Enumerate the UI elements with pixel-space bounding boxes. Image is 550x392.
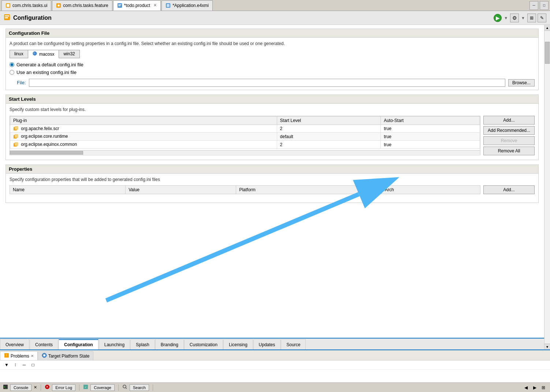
console-tab[interactable]: Console [10,384,31,391]
maximize-panel-button[interactable]: □ [29,361,37,369]
tab-tasks-ui-label: com.chris.tasks.ui [12,3,47,8]
table-row[interactable]: org.eclipse.core.runtime default true [10,133,480,141]
status-nav-forward[interactable]: ▶ [531,384,538,391]
status-nav-back[interactable]: ◀ [522,384,529,391]
radio-existing[interactable]: Use an existing config.ini file [10,70,535,75]
col-platform-header: Platform [236,186,382,194]
hierarchy-toolbar-button[interactable]: ⁝ [12,361,19,369]
tab-overview[interactable]: Overview [0,339,29,350]
tab-licensing-label: Licensing [229,342,248,347]
col-auto-start-header: Auto-Start [381,116,480,125]
tasks-feature-icon [56,3,61,8]
plugin-table: Plug-in Start Level Auto-Start [10,116,480,149]
problems-tab[interactable]: ! Problems ✕ [0,351,38,360]
tab-todo-product-label: *todo.product [124,3,150,8]
svg-rect-5 [118,4,121,5]
tab-application-label: *Application.e4xmi [172,3,209,8]
config-file-section-header: Configuration File [5,29,539,38]
error-log-tab[interactable]: Error Log [52,384,75,391]
search-icon [122,384,127,391]
file-input[interactable] [29,79,505,87]
tab-configuration[interactable]: Configuration [59,339,99,350]
tab-branding[interactable]: Branding [155,339,184,350]
search-tab[interactable]: Search [130,384,149,391]
remove-plugin-button[interactable]: Remove [483,136,535,145]
scroll-up-button[interactable]: ▲ [545,25,550,31]
radio-existing-input[interactable] [10,70,14,75]
coverage-icon: ✓ [83,384,88,391]
tab-customization[interactable]: Customization [184,339,223,350]
target-platform-icon [42,353,47,359]
file-label: File: [17,80,26,85]
layout-button[interactable]: ⊞ [527,14,536,22]
os-tab-macosx[interactable]: macosx [28,50,59,58]
console-close-icon[interactable]: ✕ [34,385,37,390]
tab-launching[interactable]: Launching [99,339,130,350]
todo-product-icon [117,3,122,8]
tab-contents[interactable]: Contents [30,339,58,350]
col-start-level-header: Start Level [277,116,381,125]
col-name-header: Name [10,186,126,194]
win32-label: win32 [63,51,75,56]
tab-close-icon[interactable]: ✕ [153,3,157,8]
status-bar: >_ Console ✕ ✕ Error Log ✓ Coverage Sear… [0,382,550,392]
os-tab-win32[interactable]: win32 [59,50,79,58]
problems-label: Problems [11,354,29,359]
tab-updates[interactable]: Updates [253,339,281,350]
bottom-panel-tabs: ! Problems ✕ Target Platform State [0,350,550,360]
console-section: >_ Console ✕ [3,384,41,391]
run-button[interactable]: ▶ [494,14,502,22]
scrollbar-thumb[interactable] [545,42,550,64]
tab-todo-product[interactable]: *todo.product ✕ [113,0,161,11]
table-row[interactable]: org.eclipse.equinox.common 2 true [10,141,480,149]
add-property-button[interactable]: Add... [483,185,535,194]
tab-updates-label: Updates [259,342,275,347]
browse-button[interactable]: Browse... [508,79,535,86]
tab-application[interactable]: *Application.e4xmi [161,0,213,11]
tab-tasks-feature[interactable]: com.chris.tasks.feature [52,0,112,11]
plugin-icon-0 [13,126,18,131]
minimize-panel-button[interactable]: ─ [21,361,28,369]
add-plugin-button[interactable]: Add... [483,116,535,125]
tab-branding-label: Branding [161,342,178,347]
restore-button[interactable]: □ [540,1,549,10]
minimize-button[interactable]: ─ [529,1,538,10]
table-horizontal-scrollbar[interactable] [10,150,480,155]
tab-tasks-feature-label: com.chris.tasks.feature [63,3,108,8]
status-layout[interactable]: ⊞ [540,384,547,391]
problems-close-icon[interactable]: ✕ [31,354,34,358]
plugin-auto-start-1: true [381,133,480,141]
scroll-down-button[interactable]: ▼ [545,344,550,350]
table-row[interactable]: org.apache.felix.scr 2 true [10,125,480,133]
svg-rect-15 [15,126,18,130]
remove-all-button[interactable]: Remove All [483,147,535,155]
svg-point-30 [123,385,126,388]
scrollbar-thumb [10,151,83,155]
svg-point-12 [33,52,37,55]
properties-title: Properties [9,166,32,172]
filter-toolbar-button[interactable]: ▼ [3,361,10,369]
search-section: Search [122,384,153,391]
radio-generate[interactable]: Generate a default config.ini file [10,62,535,67]
plugin-auto-start-0: true [381,125,480,133]
error-log-section: ✕ Error Log [45,384,79,391]
tab-tasks-ui[interactable]: com.chris.tasks.ui [1,0,51,11]
plugin-start-level-1: default [277,133,381,141]
coverage-tab[interactable]: Coverage [90,384,115,391]
radio-generate-input[interactable] [10,62,14,67]
svg-point-13 [34,53,34,53]
os-tab-linux[interactable]: linux [10,50,28,58]
problems-icon: ! [4,353,9,359]
svg-rect-10 [5,15,9,16]
tab-splash[interactable]: Splash [130,339,155,350]
tab-source[interactable]: Source [281,339,306,350]
content-scroll[interactable]: Configuration File A product can be conf… [0,25,544,338]
add-recommended-button[interactable]: Add Recommended... [483,126,535,135]
svg-rect-17 [15,134,18,138]
tab-licensing[interactable]: Licensing [223,339,253,350]
macosx-label: macosx [39,52,54,57]
settings-button[interactable]: ⚙ [510,14,519,22]
edit-button[interactable]: ✎ [538,14,546,22]
right-scrollbar[interactable]: ▲ ▼ [544,25,550,350]
target-platform-tab[interactable]: Target Platform State [38,351,94,360]
